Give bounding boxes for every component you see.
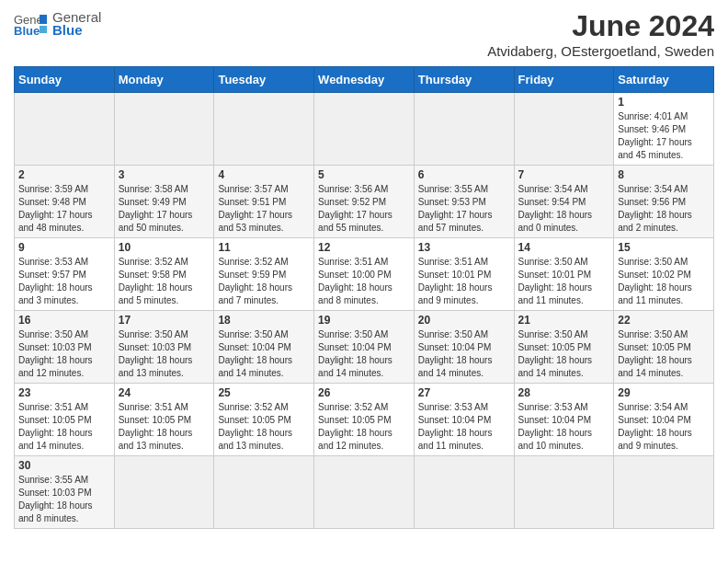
table-row: 24Sunrise: 3:51 AM Sunset: 10:05 PM Dayl… <box>114 384 214 456</box>
day-number: 24 <box>119 386 210 399</box>
day-number: 17 <box>119 314 210 327</box>
day-number: 26 <box>318 386 410 399</box>
day-number: 21 <box>518 314 610 327</box>
logo: General Blue General Blue <box>14 9 101 38</box>
day-number: 3 <box>119 168 210 181</box>
calendar-week-row: 23Sunrise: 3:51 AM Sunset: 10:05 PM Dayl… <box>15 384 714 456</box>
table-row: 5Sunrise: 3:56 AM Sunset: 9:52 PM Daylig… <box>314 166 415 238</box>
table-row: 11Sunrise: 3:52 AM Sunset: 9:59 PM Dayli… <box>214 238 314 311</box>
svg-marker-3 <box>40 26 47 33</box>
table-row <box>614 456 714 529</box>
calendar-week-row: 2Sunrise: 3:59 AM Sunset: 9:48 PM Daylig… <box>15 166 714 238</box>
calendar-week-row: 1Sunrise: 4:01 AM Sunset: 9:46 PM Daylig… <box>15 93 714 166</box>
day-number: 11 <box>218 241 310 254</box>
table-row: 4Sunrise: 3:57 AM Sunset: 9:51 PM Daylig… <box>214 166 314 238</box>
day-info: Sunrise: 3:52 AM Sunset: 10:05 PM Daylig… <box>218 401 310 453</box>
table-row: 26Sunrise: 3:52 AM Sunset: 10:05 PM Dayl… <box>314 384 415 456</box>
day-info: Sunrise: 3:57 AM Sunset: 9:51 PM Dayligh… <box>218 183 310 235</box>
day-number: 25 <box>218 386 310 399</box>
day-number: 15 <box>618 241 710 254</box>
day-number: 29 <box>618 386 710 399</box>
day-info: Sunrise: 3:50 AM Sunset: 10:04 PM Daylig… <box>418 328 510 380</box>
table-row: 8Sunrise: 3:54 AM Sunset: 9:56 PM Daylig… <box>614 166 714 238</box>
table-row: 28Sunrise: 3:53 AM Sunset: 10:04 PM Dayl… <box>514 384 614 456</box>
day-info: Sunrise: 3:54 AM Sunset: 9:56 PM Dayligh… <box>618 183 710 235</box>
table-row: 16Sunrise: 3:50 AM Sunset: 10:03 PM Dayl… <box>15 311 115 384</box>
table-row <box>214 93 314 166</box>
table-row: 3Sunrise: 3:58 AM Sunset: 9:49 PM Daylig… <box>114 166 214 238</box>
weekday-header-monday: Monday <box>114 67 214 93</box>
day-info: Sunrise: 3:50 AM Sunset: 10:01 PM Daylig… <box>518 256 610 307</box>
table-row: 29Sunrise: 3:54 AM Sunset: 10:04 PM Dayl… <box>614 384 714 456</box>
day-info: Sunrise: 3:50 AM Sunset: 10:03 PM Daylig… <box>18 328 110 380</box>
table-row <box>414 456 514 529</box>
table-row: 19Sunrise: 3:50 AM Sunset: 10:04 PM Dayl… <box>314 311 415 384</box>
svg-marker-2 <box>40 15 47 24</box>
table-row <box>114 456 214 529</box>
day-info: Sunrise: 3:50 AM Sunset: 10:05 PM Daylig… <box>518 328 610 380</box>
weekday-header-wednesday: Wednesday <box>314 67 415 93</box>
table-row <box>414 93 514 166</box>
day-info: Sunrise: 3:51 AM Sunset: 10:01 PM Daylig… <box>418 256 510 307</box>
table-row: 6Sunrise: 3:55 AM Sunset: 9:53 PM Daylig… <box>414 166 514 238</box>
day-number: 12 <box>318 241 410 254</box>
header: General Blue General Blue June 2024 Atvi… <box>14 9 714 59</box>
day-number: 6 <box>418 168 510 181</box>
day-info: Sunrise: 3:58 AM Sunset: 9:49 PM Dayligh… <box>119 183 210 235</box>
day-info: Sunrise: 3:50 AM Sunset: 10:02 PM Daylig… <box>618 256 710 307</box>
day-number: 7 <box>518 168 610 181</box>
day-number: 28 <box>518 386 610 399</box>
calendar-table: SundayMondayTuesdayWednesdayThursdayFrid… <box>14 66 714 529</box>
table-row: 12Sunrise: 3:51 AM Sunset: 10:00 PM Dayl… <box>314 238 415 311</box>
table-row: 7Sunrise: 3:54 AM Sunset: 9:54 PM Daylig… <box>514 166 614 238</box>
table-row <box>114 93 214 166</box>
day-number: 14 <box>518 241 610 254</box>
day-number: 5 <box>318 168 410 181</box>
table-row: 22Sunrise: 3:50 AM Sunset: 10:05 PM Dayl… <box>614 311 714 384</box>
day-number: 8 <box>618 168 710 181</box>
table-row: 2Sunrise: 3:59 AM Sunset: 9:48 PM Daylig… <box>15 166 115 238</box>
day-info: Sunrise: 3:53 AM Sunset: 9:57 PM Dayligh… <box>18 256 110 307</box>
day-info: Sunrise: 3:50 AM Sunset: 10:04 PM Daylig… <box>218 328 310 380</box>
day-info: Sunrise: 3:56 AM Sunset: 9:52 PM Dayligh… <box>318 183 410 235</box>
day-number: 1 <box>618 96 710 109</box>
day-number: 19 <box>318 314 410 327</box>
day-number: 13 <box>418 241 510 254</box>
table-row: 15Sunrise: 3:50 AM Sunset: 10:02 PM Dayl… <box>614 238 714 311</box>
day-number: 23 <box>18 386 110 399</box>
weekday-header-thursday: Thursday <box>414 67 514 93</box>
table-row: 13Sunrise: 3:51 AM Sunset: 10:01 PM Dayl… <box>414 238 514 311</box>
logo-blue-text: Blue <box>52 22 101 38</box>
day-number: 18 <box>218 314 310 327</box>
weekday-header-friday: Friday <box>514 67 614 93</box>
day-number: 4 <box>218 168 310 181</box>
day-info: Sunrise: 3:50 AM Sunset: 10:04 PM Daylig… <box>318 328 410 380</box>
main-title: June 2024 <box>487 9 714 43</box>
table-row <box>314 93 415 166</box>
svg-text:Blue: Blue <box>14 24 40 37</box>
sub-title: Atvidaberg, OEstergoetland, Sweden <box>487 43 714 59</box>
table-row: 27Sunrise: 3:53 AM Sunset: 10:04 PM Dayl… <box>414 384 514 456</box>
day-info: Sunrise: 3:50 AM Sunset: 10:05 PM Daylig… <box>618 328 710 380</box>
logo-icon: General Blue <box>14 11 47 37</box>
table-row <box>314 456 415 529</box>
day-info: Sunrise: 3:53 AM Sunset: 10:04 PM Daylig… <box>518 401 610 453</box>
day-info: Sunrise: 3:59 AM Sunset: 9:48 PM Dayligh… <box>18 183 110 235</box>
day-number: 9 <box>18 241 110 254</box>
table-row: 20Sunrise: 3:50 AM Sunset: 10:04 PM Dayl… <box>414 311 514 384</box>
day-number: 10 <box>119 241 210 254</box>
table-row: 18Sunrise: 3:50 AM Sunset: 10:04 PM Dayl… <box>214 311 314 384</box>
table-row <box>514 93 614 166</box>
table-row: 1Sunrise: 4:01 AM Sunset: 9:46 PM Daylig… <box>614 93 714 166</box>
calendar-week-row: 9Sunrise: 3:53 AM Sunset: 9:57 PM Daylig… <box>15 238 714 311</box>
table-row: 30Sunrise: 3:55 AM Sunset: 10:03 PM Dayl… <box>15 456 115 529</box>
day-number: 20 <box>418 314 510 327</box>
day-number: 16 <box>18 314 110 327</box>
day-info: Sunrise: 3:54 AM Sunset: 9:54 PM Dayligh… <box>518 183 610 235</box>
day-info: Sunrise: 3:51 AM Sunset: 10:00 PM Daylig… <box>318 256 410 307</box>
day-number: 30 <box>18 459 110 472</box>
day-info: Sunrise: 3:52 AM Sunset: 10:05 PM Daylig… <box>318 401 410 453</box>
day-info: Sunrise: 3:51 AM Sunset: 10:05 PM Daylig… <box>18 401 110 453</box>
table-row: 21Sunrise: 3:50 AM Sunset: 10:05 PM Dayl… <box>514 311 614 384</box>
table-row <box>514 456 614 529</box>
